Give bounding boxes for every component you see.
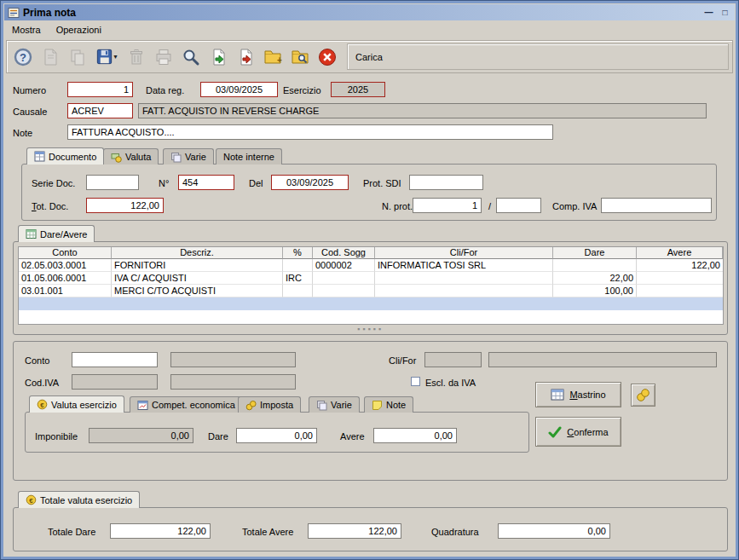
grid-cell[interactable]: MERCI C/TO ACQUISTI bbox=[112, 285, 283, 297]
folder-add-button[interactable]: + bbox=[260, 44, 285, 69]
numero-doc-label: N° bbox=[159, 178, 169, 188]
cancel-button[interactable] bbox=[315, 44, 339, 69]
tab-compet-economica[interactable]: Compet. economica bbox=[130, 396, 243, 413]
folder-search-button[interactable] bbox=[287, 44, 312, 69]
n-prot2-input[interactable] bbox=[496, 198, 541, 213]
col-header-avere[interactable]: Avere bbox=[637, 247, 723, 259]
cod-iva-label: Cod.IVA bbox=[25, 378, 59, 388]
export-document-button[interactable] bbox=[233, 44, 257, 69]
print-button[interactable] bbox=[151, 44, 176, 69]
menu-operazioni[interactable]: Operazioni bbox=[56, 25, 101, 35]
grid-cell[interactable] bbox=[283, 259, 313, 272]
euro-coin-icon: € bbox=[37, 399, 48, 410]
grid-cell[interactable]: 22,00 bbox=[553, 272, 637, 285]
tab-dare-avere[interactable]: Dare/Avere bbox=[18, 225, 95, 242]
cod-iva-description bbox=[170, 374, 296, 390]
menu-mostra[interactable]: Mostra bbox=[12, 25, 41, 35]
col-header-conto[interactable]: Conto bbox=[19, 247, 112, 259]
grid-cell[interactable]: 01.05.006.0001 bbox=[19, 272, 112, 285]
totale-avere-input[interactable] bbox=[308, 523, 401, 539]
totale-dare-input[interactable] bbox=[110, 523, 211, 539]
data-reg-input[interactable] bbox=[200, 82, 278, 97]
help-button[interactable]: ? bbox=[10, 44, 35, 69]
grid-empty-area[interactable] bbox=[19, 310, 723, 324]
grid-cell[interactable] bbox=[375, 285, 553, 297]
col-header-dare[interactable]: Dare bbox=[553, 247, 637, 259]
svg-text:€: € bbox=[29, 497, 33, 505]
save-button[interactable]: ▼ bbox=[92, 44, 121, 69]
cli-for-input bbox=[424, 352, 482, 367]
col-header-clifor[interactable]: Cli/For bbox=[375, 247, 553, 259]
numero-input[interactable] bbox=[67, 82, 133, 97]
serie-doc-input[interactable] bbox=[86, 175, 139, 190]
mastrino-button[interactable]: Mastrino bbox=[535, 382, 621, 407]
tab-totale-valuta-esercizio[interactable]: € Totale valuta esercizio bbox=[18, 491, 140, 508]
minimize-icon[interactable]: — bbox=[702, 7, 715, 19]
col-header-descriz[interactable]: Descriz. bbox=[112, 247, 283, 259]
grid-cell[interactable] bbox=[375, 272, 553, 285]
del-input[interactable] bbox=[271, 175, 349, 190]
col-header-perc[interactable]: % bbox=[283, 247, 313, 259]
tab-varie[interactable]: Varie bbox=[163, 148, 214, 165]
status-panel: Carica bbox=[347, 43, 729, 70]
varie-icon bbox=[170, 152, 182, 163]
conto-input[interactable] bbox=[72, 352, 158, 367]
del-label: Del bbox=[249, 178, 263, 188]
grid-cell[interactable] bbox=[283, 285, 313, 297]
coins-button[interactable] bbox=[631, 384, 655, 407]
grid-cell[interactable] bbox=[637, 285, 723, 297]
app-icon bbox=[8, 7, 20, 19]
tab-note-interne[interactable]: Note interne bbox=[216, 148, 282, 165]
causale-input[interactable] bbox=[67, 103, 133, 118]
grid-cell[interactable]: 0000002 bbox=[313, 259, 375, 272]
grid-cell[interactable]: IVA C/ ACQUISTI bbox=[112, 272, 283, 285]
grid-cell[interactable]: 122,00 bbox=[637, 259, 723, 272]
svg-text:+: + bbox=[277, 55, 282, 65]
n-prot-input[interactable] bbox=[413, 198, 482, 213]
avere-input[interactable] bbox=[373, 428, 457, 443]
grid-cell[interactable]: INFORMATICA TOSI SRL bbox=[375, 259, 553, 272]
grid-cell[interactable] bbox=[313, 285, 375, 297]
col-header-cod-sogg[interactable]: Cod. Sogg bbox=[313, 247, 375, 259]
grid-cell[interactable]: FORNITORI bbox=[112, 259, 283, 272]
tab-varie-inner[interactable]: Varie bbox=[309, 396, 360, 413]
note-label: Note bbox=[13, 128, 32, 138]
conferma-button[interactable]: Conferma bbox=[535, 417, 621, 447]
grid-cell[interactable]: IRC bbox=[283, 272, 313, 285]
escl-iva-checkbox[interactable] bbox=[411, 377, 420, 386]
search-button[interactable] bbox=[178, 44, 203, 69]
splitter-handle[interactable]: ▪▪▪▪▪ bbox=[14, 326, 727, 332]
comp-iva-input[interactable] bbox=[601, 198, 712, 213]
dare-input[interactable] bbox=[236, 428, 317, 443]
conto-label: Conto bbox=[25, 355, 49, 366]
grid-cell[interactable]: 03.01.001 bbox=[19, 285, 112, 297]
quadratura-input[interactable] bbox=[498, 523, 610, 539]
import-document-button[interactable] bbox=[205, 44, 230, 69]
grid-cell[interactable]: 02.05.003.0001 bbox=[19, 259, 112, 272]
delete-button[interactable] bbox=[124, 44, 148, 69]
copy-document-button[interactable] bbox=[65, 44, 89, 69]
edit-document-button[interactable] bbox=[38, 44, 62, 69]
prot-sdi-input[interactable] bbox=[409, 175, 483, 190]
grid-cell[interactable] bbox=[313, 272, 375, 285]
print-icon bbox=[153, 47, 174, 67]
folder-search-icon bbox=[290, 47, 310, 67]
grid-selected-row[interactable] bbox=[19, 297, 723, 310]
numero-doc-input[interactable] bbox=[178, 175, 234, 190]
grid-cell[interactable] bbox=[637, 272, 723, 285]
maximize-icon[interactable]: □ bbox=[719, 7, 731, 19]
grid-cell[interactable] bbox=[553, 259, 637, 272]
tot-doc-input[interactable] bbox=[86, 198, 164, 213]
grid-cell[interactable]: 100,00 bbox=[553, 285, 637, 297]
tab-documento[interactable]: Documento bbox=[26, 147, 104, 165]
tab-valuta-esercizio[interactable]: € Valuta esercizio bbox=[29, 395, 124, 413]
avere-label: Avere bbox=[340, 431, 365, 442]
tab-valuta[interactable]: Valuta bbox=[103, 148, 159, 165]
import-document-icon bbox=[208, 47, 228, 67]
note-input[interactable] bbox=[67, 124, 553, 140]
tab-imposta[interactable]: Imposta bbox=[238, 396, 301, 413]
tab-note-inner[interactable]: Note bbox=[364, 396, 413, 413]
tab-totale-label: Totale valuta esercizio bbox=[40, 495, 132, 505]
conto-description bbox=[170, 352, 296, 367]
documento-icon bbox=[34, 151, 45, 162]
